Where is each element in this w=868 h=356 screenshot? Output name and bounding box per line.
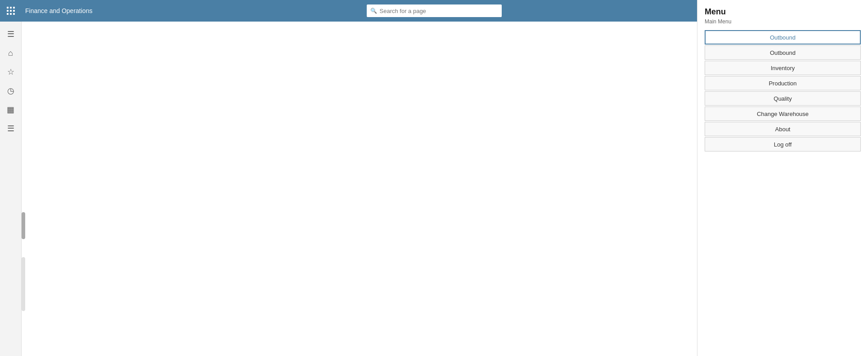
menu-panel-title: Menu: [705, 7, 861, 17]
search-icon: 🔍: [370, 8, 377, 14]
menu-panel: Menu Main Menu Outbound Outbound Invento…: [697, 0, 868, 356]
menu-item-log-off[interactable]: Log off: [705, 137, 861, 151]
sidebar-item-workspaces[interactable]: ▦: [2, 101, 20, 119]
tasks-icon: ☰: [7, 125, 14, 133]
sidebar-item-recent[interactable]: ◷: [2, 82, 20, 100]
menu-item-about[interactable]: About: [705, 122, 861, 136]
scroll-track: [22, 257, 25, 311]
apps-icon[interactable]: [0, 0, 22, 22]
menu-panel-subtitle: Main Menu: [705, 18, 861, 25]
sidebar-item-menu[interactable]: ☰: [2, 25, 20, 43]
search-input[interactable]: [380, 8, 498, 14]
sidebar-item-home[interactable]: ⌂: [2, 44, 20, 62]
recent-icon: ◷: [7, 87, 14, 95]
menu-item-inventory[interactable]: Inventory: [705, 61, 861, 75]
scroll-indicator[interactable]: [22, 212, 25, 239]
home-icon: ⌂: [8, 49, 13, 57]
menu-icon: ☰: [7, 30, 14, 38]
menu-item-outbound[interactable]: Outbound: [705, 45, 861, 60]
apps-grid-icon: [7, 7, 15, 15]
sidebar-item-favorites[interactable]: ☆: [2, 63, 20, 81]
workspaces-icon: ▦: [7, 106, 14, 114]
menu-item-change-warehouse[interactable]: Change Warehouse: [705, 107, 861, 121]
search-bar: 🔍: [367, 4, 502, 17]
favorites-icon: ☆: [7, 68, 14, 76]
menu-item-quality[interactable]: Quality: [705, 91, 861, 106]
menu-item-outbound-active[interactable]: Outbound: [705, 30, 861, 44]
app-title: Finance and Operations: [22, 7, 92, 14]
menu-item-production[interactable]: Production: [705, 76, 861, 90]
search-wrapper: 🔍: [367, 4, 502, 17]
sidebar-item-tasks[interactable]: ☰: [2, 120, 20, 138]
sidebar: ☰ ⌂ ☆ ◷ ▦ ☰: [0, 22, 22, 356]
